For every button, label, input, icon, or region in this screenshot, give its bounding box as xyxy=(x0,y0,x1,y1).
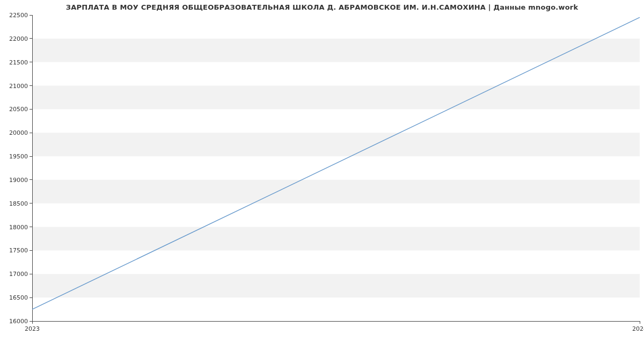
grid-band xyxy=(32,274,640,297)
y-tick-label: 21500 xyxy=(9,59,28,66)
y-tick-label: 18000 xyxy=(9,224,28,231)
y-tick-label: 17500 xyxy=(9,247,28,254)
y-tick-label: 19000 xyxy=(9,177,28,184)
x-tick-label: 2024 xyxy=(632,325,644,332)
grid-bands xyxy=(32,39,640,297)
y-tick-label: 20000 xyxy=(9,129,28,136)
y-tick-label: 16000 xyxy=(9,318,28,325)
y-tick-label: 16500 xyxy=(9,294,28,301)
chart-container: ЗАРПЛАТА В МОУ СРЕДНЯЯ ОБЩЕОБРАЗОВАТЕЛЬН… xyxy=(0,0,644,349)
y-tick-label: 18500 xyxy=(9,200,28,207)
grid-band xyxy=(32,227,640,251)
grid-band xyxy=(32,133,640,156)
grid-band xyxy=(32,180,640,203)
y-tick-label: 22000 xyxy=(9,35,28,42)
grid-band xyxy=(32,86,640,110)
x-tick-label: 2023 xyxy=(25,325,40,332)
y-tick-label: 20500 xyxy=(9,106,28,113)
chart-svg: 1600016500170001750018000185001900019500… xyxy=(0,0,644,349)
grid-band xyxy=(32,39,640,62)
y-tick-label: 21000 xyxy=(9,83,28,90)
y-tick-label: 19500 xyxy=(9,153,28,160)
y-tick-label: 17000 xyxy=(9,271,28,278)
y-tick-label: 22500 xyxy=(9,12,28,19)
